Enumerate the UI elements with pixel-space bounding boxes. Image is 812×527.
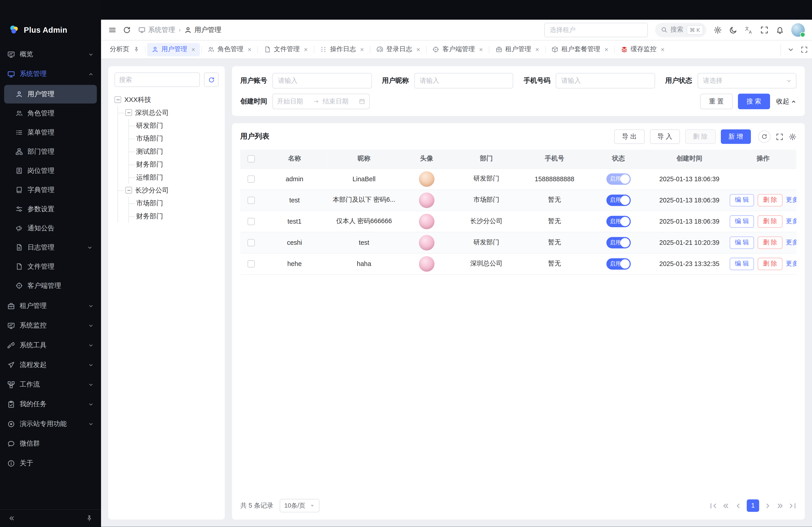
column-settings-icon[interactable] [789, 133, 796, 140]
status-toggle[interactable]: 启用 [606, 237, 630, 248]
status-toggle[interactable]: 启用 [606, 258, 630, 270]
sidebar-subitem-1-1[interactable]: 角色管理 [4, 104, 97, 123]
collapse-node-icon[interactable] [114, 96, 121, 103]
row-checkbox[interactable] [248, 260, 255, 267]
row-checkbox[interactable] [248, 239, 255, 246]
jump-back-icon[interactable] [722, 502, 729, 509]
delete-button[interactable]: 删 除 [758, 215, 782, 227]
created-date-range[interactable]: 开始日期 结束日期 [273, 94, 370, 109]
search-button[interactable]: 搜 索 [738, 94, 770, 109]
tab-8[interactable]: 租户套餐管理× [547, 43, 613, 56]
sidebar-subitem-1-0[interactable]: 用户管理 [4, 85, 97, 104]
select-all-checkbox[interactable] [248, 155, 255, 163]
close-tab-icon[interactable]: × [535, 46, 539, 53]
row-checkbox[interactable] [248, 175, 255, 183]
phone-input[interactable] [556, 73, 655, 89]
breadcrumb-item-users[interactable]: 用户管理 [185, 25, 221, 34]
row-checkbox[interactable] [248, 197, 255, 204]
tab-9[interactable]: 缓存监控× [616, 43, 669, 56]
tree-node[interactable]: 研发部门 [136, 119, 219, 132]
sidebar-item-7[interactable]: 我的任务 [0, 394, 101, 414]
sidebar-item-4[interactable]: 系统工具 [0, 335, 101, 355]
dark-mode-icon[interactable] [729, 26, 738, 34]
tab-4[interactable]: 操作日志× [316, 43, 369, 56]
tenant-select-input[interactable] [544, 22, 648, 37]
reset-button[interactable]: 重 置 [700, 94, 733, 109]
account-input[interactable] [273, 73, 372, 89]
tree-node[interactable]: 市场部门 [136, 132, 219, 145]
more-link[interactable]: 更多 [786, 259, 796, 268]
dept-search-input[interactable] [114, 72, 200, 87]
delete-button[interactable]: 删 除 [758, 257, 782, 270]
sidebar-item-2[interactable]: 租户管理 [0, 296, 101, 316]
batch-delete-button[interactable]: 删 除 [685, 130, 715, 144]
edit-button[interactable]: 编 辑 [730, 215, 754, 227]
status-toggle[interactable]: 启用 [606, 194, 630, 206]
export-button[interactable]: 导 出 [614, 130, 644, 144]
sidebar-item-6[interactable]: 工作流 [0, 375, 101, 394]
tree-node[interactable]: 测试部门 [136, 145, 219, 158]
import-button[interactable]: 导 入 [650, 130, 680, 144]
sidebar-item-9[interactable]: 微信群 [0, 434, 101, 453]
language-icon[interactable]: 文A [745, 26, 753, 34]
edit-button[interactable]: 编 辑 [730, 236, 754, 249]
status-toggle[interactable]: 启用 [606, 173, 630, 185]
user-avatar[interactable] [791, 23, 805, 36]
first-page-icon[interactable] [709, 502, 717, 509]
table-refresh-button[interactable] [758, 131, 770, 143]
tree-refresh-button[interactable] [204, 72, 219, 87]
tab-6[interactable]: 客户端管理× [428, 43, 488, 56]
sidebar-subitem-1-9[interactable]: 文件管理 [4, 257, 97, 276]
sidebar-subitem-1-2[interactable]: 菜单管理 [4, 123, 97, 142]
tree-node[interactable]: XXX科技 [114, 93, 218, 106]
sidebar-item-5[interactable]: 流程发起 [0, 355, 101, 375]
sidebar-pin-icon[interactable] [86, 515, 93, 522]
notification-bell-icon[interactable] [776, 26, 784, 34]
tab-7[interactable]: 租户管理× [491, 43, 544, 56]
nickname-input[interactable] [414, 73, 513, 89]
sidebar-item-1[interactable]: 系统管理 [0, 64, 101, 84]
status-toggle[interactable]: 启用 [606, 215, 630, 227]
tab-3[interactable]: 文件管理× [259, 43, 313, 56]
last-page-icon[interactable] [789, 502, 796, 509]
tab-1[interactable]: 用户管理× [147, 43, 200, 56]
user-status-select[interactable]: 请选择 [697, 73, 796, 89]
jump-forward-icon[interactable] [777, 502, 784, 509]
sidebar-subitem-1-10[interactable]: 客户端管理 [4, 276, 97, 295]
sidebar-subitem-1-5[interactable]: 字典管理 [4, 181, 97, 199]
hamburger-icon[interactable] [108, 26, 117, 34]
collapse-sidebar-icon[interactable] [8, 515, 15, 522]
close-tab-icon[interactable]: × [661, 46, 665, 53]
close-tab-icon[interactable]: × [605, 46, 608, 53]
sidebar-subitem-1-7[interactable]: 通知公告 [4, 219, 97, 238]
page-size-select[interactable]: 10条/页 [280, 499, 319, 512]
global-search[interactable]: 搜索 ⌘ K [655, 22, 706, 37]
breadcrumb-item-system[interactable]: 系统管理 [138, 25, 175, 34]
tab-5[interactable]: 登录日志× [372, 43, 425, 56]
sidebar-item-3[interactable]: 系统监控 [0, 316, 101, 335]
close-tab-icon[interactable]: × [304, 46, 308, 53]
next-page-icon[interactable] [764, 502, 771, 509]
fullscreen-icon[interactable] [760, 26, 768, 34]
edit-button[interactable]: 编 辑 [730, 194, 754, 206]
sidebar-subitem-1-6[interactable]: 参数设置 [4, 200, 97, 219]
sidebar-subitem-1-4[interactable]: 岗位管理 [4, 161, 97, 180]
tabs-fullscreen-icon[interactable] [800, 46, 808, 53]
sidebar-subitem-1-8[interactable]: 日志管理 [4, 238, 97, 257]
tree-node[interactable]: 运维部门 [136, 171, 219, 184]
close-tab-icon[interactable]: × [416, 46, 420, 53]
sidebar-item-10[interactable]: 关于 [0, 453, 101, 473]
more-link[interactable]: 更多 [786, 238, 796, 247]
tree-node[interactable]: 财务部门 [136, 158, 219, 171]
close-tab-icon[interactable]: × [479, 46, 483, 53]
edit-button[interactable]: 编 辑 [730, 257, 754, 270]
tree-node[interactable]: 深圳总公司 [126, 106, 219, 119]
current-page[interactable]: 1 [747, 499, 759, 512]
tab-0[interactable]: 分析页 [105, 43, 144, 56]
sidebar-item-0[interactable]: 概览 [0, 44, 101, 64]
tree-node[interactable]: 财务部门 [136, 210, 219, 223]
more-link[interactable]: 更多 [786, 217, 796, 226]
sidebar-subitem-1-3[interactable]: 部门管理 [4, 142, 97, 161]
delete-button[interactable]: 删 除 [758, 194, 782, 206]
refresh-page-icon[interactable] [123, 26, 131, 34]
